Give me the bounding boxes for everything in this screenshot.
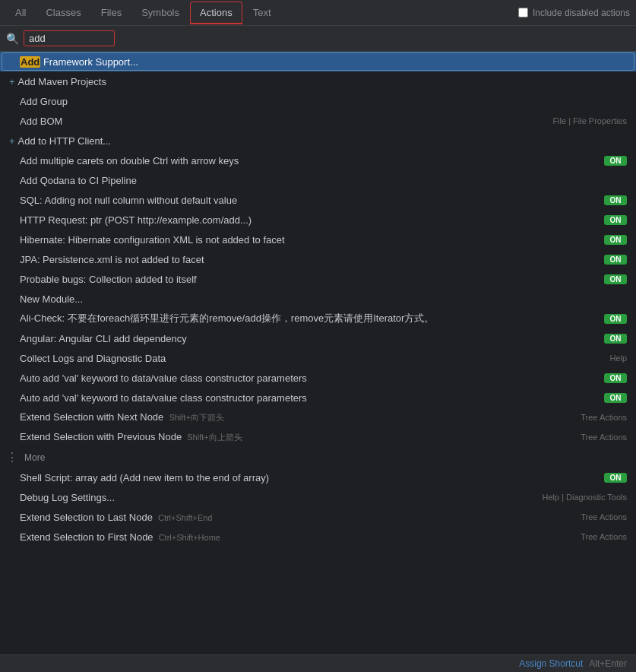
list-item[interactable]: SQL: Adding not null column without defa… [0, 190, 636, 210]
item-text: JPA: Persistence.xml is not added to fac… [20, 254, 604, 265]
include-disabled-container: Include disabled actions [518, 8, 630, 18]
tab-symbols[interactable]: Symbols [132, 2, 188, 23]
item-text: Probable bugs: Collection added to itsel… [20, 274, 604, 285]
shortcut-label: Shift+向上箭头 [185, 433, 242, 442]
on-badge: ON [604, 473, 627, 483]
item-text: Add Maven Projects [18, 76, 627, 87]
search-bar: 🔍 [0, 26, 636, 52]
list-item[interactable]: Add Group [0, 91, 636, 111]
on-badge: ON [604, 274, 627, 284]
include-disabled-label: Include disabled actions [533, 8, 630, 18]
item-text: Auto add 'val' keyword to data/value cla… [20, 392, 604, 404]
item-hint: File | File Properties [552, 116, 627, 125]
list-item[interactable]: +Add to HTTP Client... [0, 131, 636, 151]
list-item[interactable]: Probable bugs: Collection added to itsel… [0, 269, 636, 289]
item-text: Add to HTTP Client... [18, 135, 627, 147]
tab-files[interactable]: Files [92, 2, 131, 23]
tab-actions[interactable]: Actions [190, 2, 242, 24]
assign-shortcut-link[interactable]: Assign Shortcut [519, 658, 583, 669]
list-item[interactable]: +Add Maven Projects [0, 71, 636, 91]
item-text: Angular: Angular CLI add dependency [20, 333, 604, 344]
list-item[interactable]: Add Qodana to CI Pipeline [0, 170, 636, 190]
on-badge: ON [604, 215, 627, 225]
plus-icon: + [9, 76, 15, 87]
item-text: Debug Log Settings... [20, 492, 536, 503]
item-text: Shell Script: array add (Add new item to… [20, 472, 604, 483]
plus-icon: + [9, 135, 15, 147]
item-text: Extend Selection to First Node Ctrl+Shif… [20, 531, 574, 543]
more-label: More [24, 452, 45, 463]
item-text: Add multiple carets on double Ctrl with … [20, 155, 604, 166]
list-item[interactable]: Auto add 'val' keyword to data/value cla… [0, 368, 636, 388]
item-text: Extend Selection with Previous Node Shif… [20, 431, 574, 443]
bottom-bar: Assign Shortcut Alt+Enter [0, 655, 636, 672]
list-item[interactable]: Extend Selection with Previous Node Shif… [0, 427, 636, 447]
item-hint: Tree Actions [581, 512, 627, 521]
item-text: SQL: Adding not null column without defa… [20, 195, 604, 206]
item-hint: Tree Actions [581, 413, 627, 422]
on-badge: ON [604, 156, 627, 166]
item-text: New Module... [20, 293, 627, 305]
item-text: Extend Selection to Last Node Ctrl+Shift… [20, 512, 574, 523]
list-item[interactable]: Collect Logs and Diagnostic DataHelp [0, 348, 636, 368]
list-item[interactable]: Add multiple carets on double Ctrl with … [0, 151, 636, 170]
on-badge: ON [604, 314, 627, 324]
tab-text[interactable]: Text [244, 2, 280, 23]
list-item[interactable]: Add Framework Support... [0, 52, 636, 71]
search-input[interactable] [24, 30, 115, 46]
list-item[interactable]: Extend Selection to Last Node Ctrl+Shift… [0, 507, 636, 527]
list-item[interactable]: Shell Script: array add (Add new item to… [0, 468, 636, 487]
item-text: Add Group [20, 96, 627, 107]
item-text: Add BOM [20, 116, 546, 127]
item-text: Extend Selection with Next Node Shift+向下… [20, 411, 574, 423]
list-item[interactable]: HTTP Request: ptr (POST http://example.c… [0, 210, 636, 230]
item-hint: Help [609, 353, 627, 363]
alt-enter-hint: Alt+Enter [589, 658, 627, 669]
on-badge: ON [604, 373, 627, 383]
on-badge: ON [604, 195, 627, 205]
more-separator[interactable]: ⋮More [0, 447, 636, 468]
list-item[interactable]: Angular: Angular CLI add dependencyON [0, 328, 636, 348]
list-item[interactable]: Hibernate: Hibernate configuration XML i… [0, 230, 636, 249]
shortcut-label: Shift+向下箭头 [166, 413, 224, 422]
list-item[interactable]: Ali-Check: 不要在foreach循环里进行元素的remove/add操… [0, 309, 636, 328]
list-item[interactable]: JPA: Persistence.xml is not added to fac… [0, 249, 636, 269]
item-text: Add Framework Support... [20, 56, 627, 68]
list-item[interactable]: Extend Selection with Next Node Shift+向下… [0, 407, 636, 427]
item-text: HTTP Request: ptr (POST http://example.c… [20, 214, 604, 226]
shortcut-label: Ctrl+Shift+Home [157, 533, 220, 542]
item-text: Hibernate: Hibernate configuration XML i… [20, 234, 604, 246]
list-item[interactable]: Add BOMFile | File Properties [0, 111, 636, 131]
item-text: Auto add 'val' keyword to data/value cla… [20, 372, 604, 384]
item-hint: Tree Actions [581, 532, 627, 541]
on-badge: ON [604, 334, 627, 344]
item-text: Collect Logs and Diagnostic Data [20, 353, 603, 364]
item-text: Ali-Check: 不要在foreach循环里进行元素的remove/add操… [20, 312, 604, 325]
list-item[interactable]: New Module... [0, 289, 636, 309]
on-badge: ON [604, 235, 627, 245]
list-item[interactable]: Auto add 'val' keyword to data/value cla… [0, 388, 636, 407]
on-badge: ON [604, 393, 627, 403]
item-hint: Tree Actions [581, 433, 627, 442]
list-item[interactable]: Extend Selection to First Node Ctrl+Shif… [0, 527, 636, 547]
tab-bar: All Classes Files Symbols Actions Text I… [0, 0, 636, 26]
item-hint: Help | Diagnostic Tools [543, 493, 628, 502]
list-item[interactable]: Debug Log Settings...Help | Diagnostic T… [0, 487, 636, 507]
shortcut-label: Ctrl+Shift+End [156, 513, 213, 522]
include-disabled-checkbox[interactable] [518, 8, 528, 17]
more-dots-icon: ⋮ [6, 450, 18, 464]
on-badge: ON [604, 255, 627, 265]
results-list: Add Framework Support...+Add Maven Proje… [0, 52, 636, 547]
tab-all[interactable]: All [6, 2, 35, 23]
tab-classes[interactable]: Classes [36, 2, 90, 23]
item-text: Add Qodana to CI Pipeline [20, 175, 627, 186]
search-icon: 🔍 [6, 33, 19, 45]
